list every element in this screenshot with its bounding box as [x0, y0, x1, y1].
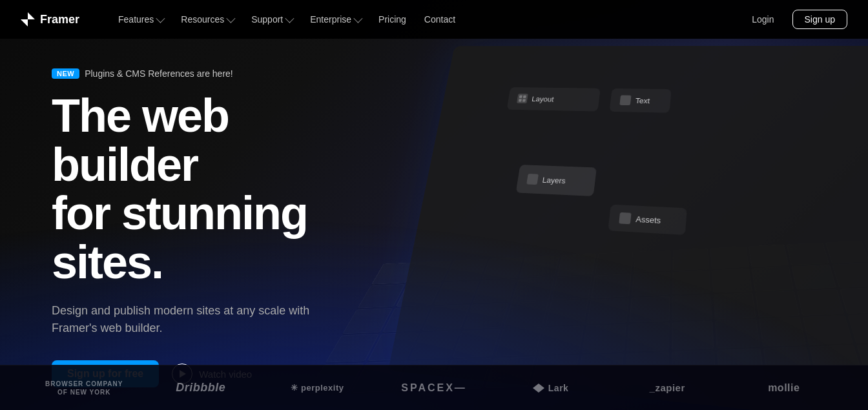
lark-icon — [533, 384, 544, 393]
logo-dribbble: Dribbble — [143, 381, 260, 395]
text-icon — [619, 95, 631, 105]
logos-bar: BROWSER COMPANYOF NEW YORK Dribbble ✳ pe… — [0, 365, 868, 410]
chevron-down-icon — [156, 14, 165, 23]
panel-layout: Layout — [507, 87, 601, 111]
brand-logo[interactable]: Framer — [21, 12, 79, 26]
login-button[interactable]: Login — [744, 10, 781, 28]
hero-subtitle: Design and publish modern sites at any s… — [52, 302, 310, 337]
badge-new-label: NEW — [52, 68, 79, 79]
hero-title: The web builder for stunning sites. — [52, 92, 385, 287]
ui-panels-decoration: Layout Text Layers Assets — [388, 46, 868, 410]
nav-actions: Login Sign up — [744, 10, 847, 29]
logo-browser-co: BROWSER COMPANYOF NEW YORK — [26, 380, 143, 396]
logo-zapier: _zapier — [609, 382, 726, 393]
logo-spacex: SPACEX— — [376, 382, 493, 394]
announcement-badge: NEW Plugins & CMS References are here! — [52, 68, 233, 79]
hero-content: NEW Plugins & CMS References are here! T… — [26, 52, 400, 403]
nav-item-enterprise[interactable]: Enterprise — [302, 10, 368, 28]
brand-name: Framer — [40, 13, 79, 26]
logo-mollie: mollie — [725, 382, 842, 394]
chevron-down-icon — [285, 14, 294, 23]
nav-item-resources[interactable]: Resources — [173, 10, 241, 28]
chevron-down-icon — [227, 14, 236, 23]
nav-item-support[interactable]: Support — [243, 10, 300, 28]
panel-layers: Layers — [516, 165, 597, 196]
hero-title-line1: The web builder — [52, 90, 229, 190]
nav-item-contact[interactable]: Contact — [417, 10, 463, 28]
panel-assets: Assets — [608, 205, 687, 235]
assets-icon — [619, 212, 631, 224]
panel-text: Text — [610, 88, 672, 113]
nav-links: Features Resources Support Enterprise Pr… — [110, 10, 744, 28]
nav-item-pricing[interactable]: Pricing — [371, 10, 414, 28]
hero-section: // Generate keyboard keys document.curre… — [0, 0, 868, 410]
signup-button[interactable]: Sign up — [792, 10, 847, 29]
logo-perplexity: ✳ perplexity — [259, 383, 376, 393]
logo-lark: Lark — [492, 383, 609, 393]
badge-announcement-text: Plugins & CMS References are here! — [85, 68, 233, 79]
hero-title-line2: for stunning sites. — [52, 187, 307, 288]
chevron-down-icon — [353, 14, 362, 23]
nav-item-features[interactable]: Features — [110, 10, 170, 28]
layers-icon — [526, 174, 539, 185]
layout-icon — [517, 94, 528, 103]
framer-logo-icon — [21, 12, 35, 26]
navbar: Framer Features Resources Support Enterp… — [0, 0, 868, 39]
